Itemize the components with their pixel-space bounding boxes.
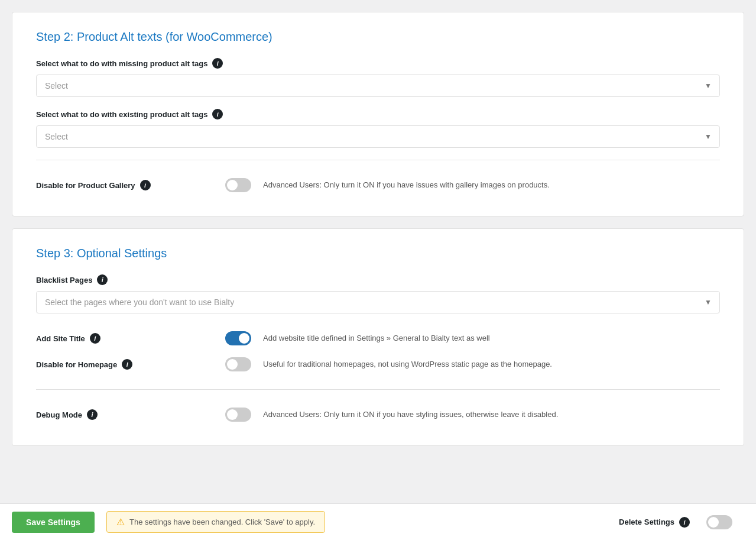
blacklist-group: Blacklist Pages i Select the pages where…	[36, 274, 720, 313]
debug-mode-desc: Advanced Users: Only turn it ON if you h…	[263, 409, 558, 421]
existing-alt-group: Select what to do with existing product …	[36, 109, 720, 148]
existing-alt-label: Select what to do with existing product …	[36, 110, 207, 119]
add-site-title-info-icon[interactable]: i	[90, 333, 100, 344]
debug-mode-info-icon[interactable]: i	[87, 409, 98, 420]
blacklist-select-wrapper: Select the pages where you don't want to…	[36, 291, 720, 313]
step3-card: Step 3: Optional Settings Blacklist Page…	[12, 228, 744, 446]
add-site-title-row: Add Site Title i Add website title defin…	[36, 325, 720, 351]
disable-gallery-desc: Advanced Users: Only turn it ON if you h…	[263, 179, 550, 191]
debug-mode-label: Debug Mode	[36, 410, 82, 419]
missing-alt-select[interactable]: Select	[36, 75, 720, 97]
disable-homepage-desc: Useful for traditional homepages, not us…	[263, 358, 552, 370]
add-site-title-desc: Add website title defined in Settings » …	[263, 332, 490, 344]
add-site-title-toggle[interactable]	[225, 331, 251, 345]
disable-homepage-toggle[interactable]	[225, 357, 251, 371]
disable-gallery-slider	[225, 178, 251, 192]
disable-gallery-label: Disable for Product Gallery	[36, 181, 135, 190]
debug-mode-row: Debug Mode i Advanced Users: Only turn i…	[36, 402, 720, 428]
footer-bar: Save Settings ⚠ The settings have been c…	[0, 503, 756, 505]
step3-divider	[36, 389, 720, 390]
disable-homepage-info-icon[interactable]: i	[122, 359, 132, 370]
missing-alt-select-wrapper: Select ▼	[36, 75, 720, 97]
debug-mode-toggle[interactable]	[225, 408, 251, 422]
disable-gallery-row: Disable for Product Gallery i Advanced U…	[36, 172, 720, 198]
existing-alt-info-icon[interactable]: i	[212, 109, 223, 119]
step2-divider	[36, 160, 720, 160]
add-site-title-label: Add Site Title	[36, 334, 85, 343]
existing-alt-select-wrapper: Select ▼	[36, 125, 720, 148]
disable-homepage-slider	[225, 357, 251, 371]
disable-homepage-label: Disable for Homepage	[36, 360, 117, 369]
missing-alt-label: Select what to do with missing product a…	[36, 59, 207, 68]
missing-alt-group: Select what to do with missing product a…	[36, 58, 720, 97]
blacklist-select[interactable]: Select the pages where you don't want to…	[36, 291, 720, 313]
disable-homepage-row: Disable for Homepage i Useful for tradit…	[36, 351, 720, 377]
blacklist-label: Blacklist Pages	[36, 276, 92, 284]
step2-title: Step 2: Product Alt texts (for WooCommer…	[36, 30, 720, 44]
disable-gallery-info-icon[interactable]: i	[140, 180, 151, 190]
missing-alt-info-icon[interactable]: i	[212, 58, 223, 69]
debug-mode-slider	[225, 408, 251, 422]
step3-title: Step 3: Optional Settings	[36, 247, 720, 260]
disable-gallery-toggle[interactable]	[225, 178, 251, 192]
existing-alt-select[interactable]: Select	[36, 125, 720, 148]
add-site-title-slider	[225, 331, 251, 345]
blacklist-info-icon[interactable]: i	[97, 274, 108, 285]
step2-card: Step 2: Product Alt texts (for WooCommer…	[12, 12, 744, 216]
